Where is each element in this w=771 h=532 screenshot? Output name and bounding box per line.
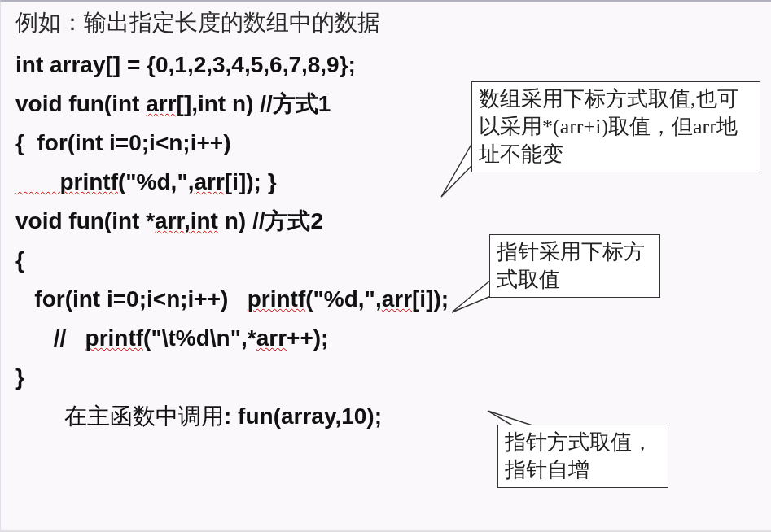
code-frag-wavy: arr bbox=[256, 325, 287, 351]
intro-text: 例如：输出指定长度的数组中的数据 bbox=[15, 8, 756, 37]
code-frag: [],int n) // bbox=[177, 91, 273, 116]
code-frag: [i]); bbox=[412, 286, 449, 312]
code-line-8: // printf("\t%d\n",*arr++); bbox=[15, 319, 756, 358]
code-frag: // bbox=[15, 325, 85, 351]
code-frag-wavy: arr bbox=[146, 91, 176, 116]
code-frag: void fun(int * bbox=[15, 208, 155, 233]
code-frag: ++); bbox=[287, 325, 328, 351]
code-frag: [i]); } bbox=[225, 169, 277, 194]
code-line-9: } bbox=[15, 358, 756, 397]
callout-1: 数组采用下标方式取值,也可以采用*(arr+i)取值，但arr地址不能变 bbox=[471, 81, 760, 172]
code-frag-cn: 方式 bbox=[265, 208, 310, 233]
code-line-1: int array[] = {0,1,2,3,4,5,6,7,8,9}; bbox=[15, 46, 756, 85]
bottom-shadow bbox=[1, 529, 771, 532]
svg-marker-0 bbox=[441, 142, 473, 197]
code-frag: void fun(int bbox=[15, 91, 146, 116]
code-frag: 1 bbox=[318, 91, 331, 116]
callout-2: 指针采用下标方式取值 bbox=[489, 234, 660, 298]
svg-marker-1 bbox=[452, 280, 491, 312]
callout-3: 指针方式取值，指针自增 bbox=[497, 425, 668, 488]
code-frag: n) // bbox=[218, 208, 265, 233]
code-frag: ("\t%d\n",* bbox=[143, 325, 256, 351]
code-frag-wavy: printf bbox=[15, 169, 118, 194]
code-frag: ("%d,", bbox=[305, 286, 381, 312]
code-frag-cn: 方式 bbox=[273, 91, 318, 116]
code-frag-wavy: printf bbox=[248, 286, 306, 312]
code-frag: for(int i=0;i<n;i++) bbox=[15, 286, 248, 312]
slide-content: 例如：输出指定长度的数组中的数据 int array[] = {0,1,2,3,… bbox=[1, 2, 771, 436]
code-frag-wavy: arr bbox=[382, 286, 412, 312]
code-frag-wavy: arr,int bbox=[155, 208, 218, 233]
footer-cn: 在主函数中调用 bbox=[64, 403, 224, 429]
code-frag-wavy: arr bbox=[194, 169, 224, 194]
code-frag: 2 bbox=[310, 208, 323, 233]
footer-code: : fun(array,10); bbox=[224, 403, 382, 429]
code-frag: ("%d,", bbox=[118, 169, 194, 194]
code-frag-wavy: printf bbox=[85, 325, 144, 351]
